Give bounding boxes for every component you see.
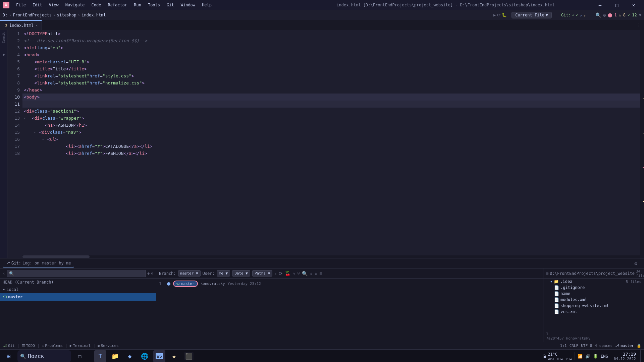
settings-icon-2[interactable]: ⊞ [319, 271, 322, 276]
chevron-up-icon[interactable]: ▼ [639, 13, 641, 17]
terminal-text[interactable]: Terminal [73, 344, 91, 348]
menu-git[interactable]: Git [164, 2, 177, 8]
sidebar-commit-icon[interactable]: Commit [1, 32, 6, 44]
merge-icon[interactable]: ⑃ [292, 271, 295, 276]
bottom-tab-git[interactable]: ⎇ Git: Log: on master by me [3, 259, 74, 267]
user-label: User: [203, 271, 215, 276]
file-modules-xml[interactable]: 📄 modules.xml [543, 297, 644, 303]
close-button[interactable]: ✕ [626, 0, 641, 10]
git-master-branch[interactable]: 🏷 master [0, 293, 156, 301]
path-icon[interactable]: ⬦ [274, 271, 277, 276]
file-vcs-xml[interactable]: 📄 vcs.xml [543, 309, 644, 315]
scroll-gutter[interactable] [640, 30, 644, 258]
toolbar-icon-reload[interactable]: ⟳ [497, 13, 500, 17]
middle-search-icon[interactable]: 🔍 [302, 271, 308, 276]
git-label: Git: [561, 13, 571, 17]
editor-tab-index-html[interactable]: 🗒 index.html ✕ [0, 20, 42, 30]
webstorm-button[interactable]: WS [153, 350, 165, 362]
breadcrumb-project[interactable]: FrontEndProjects [13, 13, 52, 17]
problems-text[interactable]: Problems [45, 344, 63, 348]
menu-help[interactable]: Help [199, 2, 214, 8]
services-icon[interactable]: ◉ [98, 344, 100, 348]
code-editor[interactable]: 1 2 3 4 5 6 7 8 9 10 11 12 13 14 15 16 1… [7, 30, 644, 258]
menu-file[interactable]: File [13, 2, 29, 8]
sidebar-notification-icon[interactable]: ● [1, 53, 6, 57]
bottom-close-icon[interactable]: — [639, 261, 641, 266]
file-name[interactable]: 📄 name [543, 291, 644, 297]
breadcrumb-folder[interactable]: siteshop [57, 13, 76, 17]
menu-tools[interactable]: Tools [145, 2, 163, 8]
commit-row-1[interactable]: 1 🏷 master konovratsky Yesterday 23:12 [156, 279, 543, 289]
terminal-icon[interactable]: ▶ [70, 344, 72, 348]
horizontal-scrollbar[interactable] [22, 255, 640, 258]
file-gitignore[interactable]: 📄 .gitignore [543, 285, 644, 291]
code-line-12: <div class="section1"> [22, 108, 640, 115]
tab-close-button[interactable]: ✕ [36, 23, 38, 27]
current-file-button[interactable]: Current File ▼ [512, 12, 552, 18]
search-icon[interactable]: 🔍 [595, 12, 601, 18]
app-blue-button[interactable]: ◆ [124, 350, 136, 362]
explorer-button[interactable]: 📁 [109, 350, 121, 362]
system-clock[interactable]: 17:19 04.12.2022 [614, 352, 636, 361]
refresh-icon[interactable]: ⟳ [279, 271, 283, 276]
git-tab-label: Git: [11, 261, 21, 265]
cherry-pick-icon[interactable]: 🍒 [285, 271, 290, 276]
date-selector[interactable]: Date ▼ [232, 270, 250, 277]
minimize-button[interactable]: — [592, 0, 608, 10]
git-tab-text[interactable]: Git [8, 344, 15, 348]
orange-app-button[interactable]: ★ [168, 350, 180, 362]
folder-idea[interactable]: ▾ 📁 .idea 5 files [543, 279, 644, 285]
tab-bar-more[interactable]: ⋮ [637, 22, 644, 28]
arrow-right-icon[interactable]: ⊞ [546, 271, 548, 276]
menu-code[interactable]: Code [89, 2, 104, 8]
git-arrow: ↗ [580, 13, 582, 17]
volume-icon[interactable]: 🔊 [585, 354, 590, 359]
todo-text[interactable]: TODO [26, 344, 35, 348]
local-expand-icon[interactable]: ▾ [3, 287, 5, 292]
bottom-settings-icon[interactable]: ⚙ [634, 261, 637, 266]
toolbar-icon-debug[interactable]: 🐛 [502, 13, 507, 17]
paths-selector[interactable]: Paths ▼ [252, 270, 272, 277]
git-add-icon[interactable]: + [147, 271, 150, 276]
maximize-button[interactable]: □ [609, 0, 625, 10]
toolbar-icon-run[interactable]: ▶ [493, 13, 496, 17]
arrow-left-icon[interactable]: ‹ [3, 271, 5, 276]
windows-start-button[interactable]: ⊞ [3, 350, 15, 362]
menu-refactor[interactable]: Refactor [105, 2, 130, 8]
menu-view[interactable]: View [46, 2, 61, 8]
battery-icon[interactable]: 🔋 [593, 354, 598, 359]
date-chevron: ▼ [246, 271, 248, 276]
git-tab-icon-2[interactable]: ⎇ [3, 344, 7, 348]
branch-icon[interactable]: ⑂ [297, 271, 300, 276]
git-head-item[interactable]: HEAD (Current Branch) [0, 279, 156, 286]
git-commit-log: Branch: master ▼ User: me ▼ Date ▼ Paths… [156, 268, 543, 342]
menu-window[interactable]: Window [178, 2, 198, 8]
collapse-icon[interactable]: ↨ [315, 271, 317, 276]
terminal-taskbar-button[interactable]: ⬛ [183, 350, 195, 362]
menu-run[interactable]: Run [131, 2, 144, 8]
lang-label[interactable]: ENG [601, 354, 608, 359]
menu-edit[interactable]: Edit [30, 2, 45, 8]
branch-selector-label: master [180, 271, 194, 276]
git-chevron-icon[interactable]: ⚙ [151, 272, 153, 275]
teams-button[interactable]: T [94, 350, 106, 362]
expand-icon[interactable]: ↕ [310, 271, 312, 276]
services-text[interactable]: Services [101, 344, 119, 348]
search-button[interactable]: 🔍 Поиск [17, 350, 71, 362]
todo-icon[interactable]: ☰ [22, 344, 25, 348]
app-icon: W [3, 2, 9, 8]
file-shopping-iml[interactable]: 📄 shopping_website.iml [543, 303, 644, 309]
breadcrumb-file[interactable]: index.html [82, 13, 106, 17]
code-content[interactable]: <!DOCTYPE html> <!-- div.section$*9>div.… [22, 30, 640, 258]
bottom-panel: ⎇ Git: Log: on master by me ⚙ — ‹ + ⚙ HE… [0, 258, 644, 342]
wifi-icon[interactable]: 📶 [578, 354, 583, 359]
git-search-input[interactable] [7, 270, 146, 277]
menu-navigate[interactable]: Navigate [63, 2, 88, 8]
task-view-button[interactable]: ❑ [74, 350, 86, 362]
problems-icon[interactable]: ⚠ [42, 344, 44, 348]
user-selector[interactable]: me ▼ [217, 270, 230, 277]
show-desktop-button[interactable] [640, 350, 641, 362]
branch-selector[interactable]: master ▼ [178, 270, 201, 277]
settings-icon[interactable]: ⚙ [603, 12, 606, 18]
browser-button[interactable]: 🌐 [139, 350, 151, 362]
